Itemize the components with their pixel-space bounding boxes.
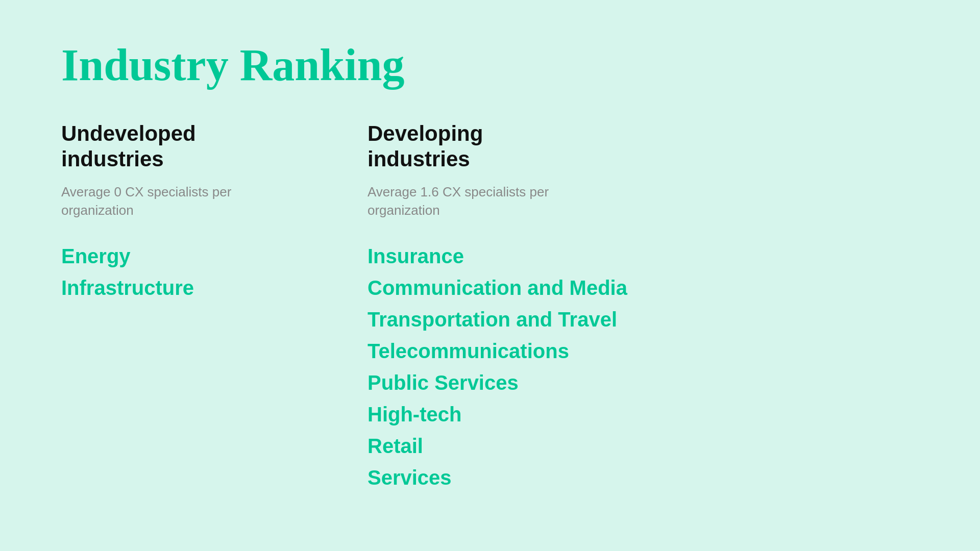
page-title: Industry Ranking <box>61 41 919 90</box>
industry-transportation-travel: Transportation and Travel <box>368 307 627 332</box>
undeveloped-column: Undevelopedindustries Average 0 CX speci… <box>61 121 265 490</box>
undeveloped-subtext: Average 0 CX specialists perorganization <box>61 183 265 220</box>
page-container: Industry Ranking Undevelopedindustries A… <box>0 0 980 531</box>
industry-communication-media: Communication and Media <box>368 276 627 300</box>
undeveloped-industry-list: Energy Infrastructure <box>61 244 265 300</box>
developing-heading: Developingindustries <box>368 121 627 172</box>
developing-subtext: Average 1.6 CX specialists perorganizati… <box>368 183 627 220</box>
industry-public-services: Public Services <box>368 370 627 395</box>
undeveloped-heading: Undevelopedindustries <box>61 121 265 172</box>
industry-energy: Energy <box>61 244 265 268</box>
columns-container: Undevelopedindustries Average 0 CX speci… <box>61 121 919 490</box>
industry-insurance: Insurance <box>368 244 627 268</box>
industry-retail: Retail <box>368 434 627 458</box>
industry-high-tech: High-tech <box>368 402 627 427</box>
developing-column: Developingindustries Average 1.6 CX spec… <box>368 121 627 490</box>
developing-industry-list: Insurance Communication and Media Transp… <box>368 244 627 490</box>
industry-telecommunications: Telecommunications <box>368 339 627 363</box>
industry-infrastructure: Infrastructure <box>61 276 265 300</box>
industry-services: Services <box>368 465 627 490</box>
